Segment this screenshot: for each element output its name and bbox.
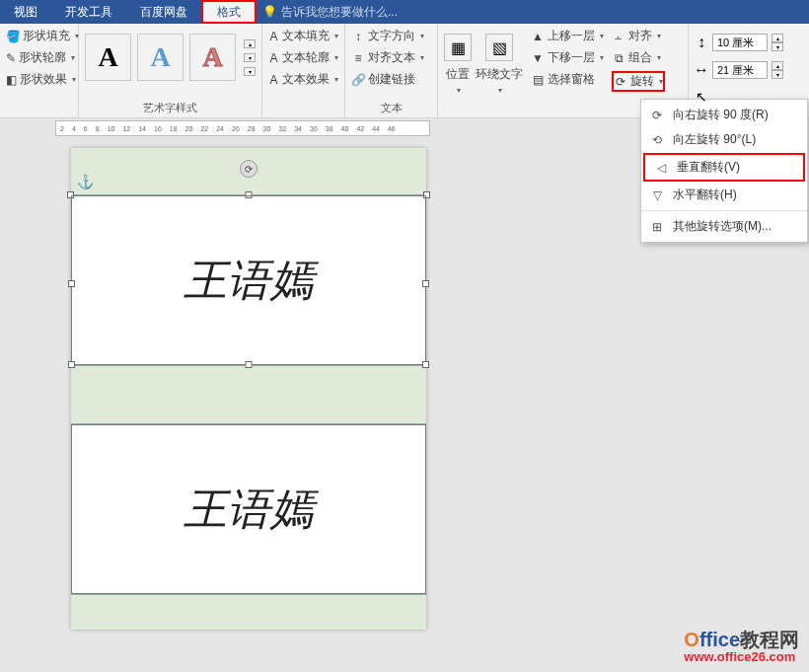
wrap-text-button[interactable]: 环绕文字▾ (476, 66, 523, 95)
selection-pane-button[interactable]: ▤选择窗格 (531, 71, 604, 88)
text-outline-label: 文本轮廓 (282, 49, 330, 66)
ruler-mark: 44 (368, 125, 384, 132)
ruler-mark: 20 (182, 125, 197, 132)
shape-outline-button[interactable]: ✎形状轮廓▾ (6, 49, 72, 66)
width-input[interactable] (712, 61, 768, 79)
rotate-button[interactable]: ⟳旋转▾ (612, 71, 665, 92)
tell-me-search[interactable]: 💡 告诉我您想要做什么... (262, 4, 398, 21)
gallery-up-icon[interactable]: ▴ (244, 39, 256, 48)
text-group-label: 文本 (345, 101, 437, 115)
backward-label: 下移一层 (548, 49, 595, 66)
more-options-icon: ⊞ (649, 219, 665, 235)
wordart-group-label: 艺术字样式 (79, 101, 261, 115)
ruler-mark: 8 (92, 125, 104, 132)
backward-icon: ▼ (531, 51, 545, 65)
position-icon: ▦ (444, 34, 472, 61)
watermark-cn: 教程网 (740, 629, 799, 650)
wordart-style-3[interactable]: A (189, 34, 236, 81)
menu-separator (641, 210, 807, 211)
align-icon: ⫠ (612, 30, 625, 43)
shape-effects-label: 形状效果 (20, 71, 67, 88)
rotate-label: 旋转 (630, 73, 654, 90)
wordart-style-2[interactable]: A (137, 34, 184, 81)
height-icon: ↕ (695, 36, 708, 49)
ruler-mark: 6 (80, 125, 92, 132)
ruler-mark: 34 (290, 125, 306, 132)
flip-horizontal-item[interactable]: ▽水平翻转(H) (641, 183, 807, 207)
gallery-more-icon[interactable]: ▾ (244, 67, 256, 76)
ruler-mark: 38 (322, 125, 337, 132)
group-btn-label: 组合 (628, 49, 652, 66)
create-link-label: 创建链接 (368, 71, 415, 88)
shape-effects-button[interactable]: ◧形状效果▾ (6, 71, 72, 88)
rotate-handle[interactable]: ⟳ (240, 160, 257, 178)
height-input[interactable] (712, 34, 768, 51)
selection-handle[interactable] (68, 280, 75, 287)
width-up[interactable]: ▴ (772, 61, 783, 70)
page-mid-margin (71, 365, 426, 424)
selection-handle[interactable] (422, 361, 429, 368)
text-outline-button[interactable]: A文本轮廓▾ (268, 49, 338, 66)
flip-horizontal-icon: ▽ (649, 187, 665, 203)
text-fill-icon: A (268, 30, 279, 43)
flip-vertical-label: 垂直翻转(V) (677, 159, 740, 176)
page-header-margin: ⚓ ⟳ (71, 148, 426, 195)
wrap-label: 环绕文字 (476, 66, 523, 83)
height-down[interactable]: ▾ (772, 42, 783, 51)
flip-vertical-item[interactable]: ◁垂直翻转(V) (643, 153, 805, 182)
send-backward-button[interactable]: ▼下移一层▾ (531, 49, 604, 66)
forward-label: 上移一层 (548, 28, 595, 44)
rotate-icon: ⟳ (614, 75, 627, 89)
align-button[interactable]: ⫠对齐▾ (612, 28, 665, 44)
tab-baidu[interactable]: 百度网盘 (126, 0, 201, 24)
width-down[interactable]: ▾ (772, 70, 783, 79)
tab-dev[interactable]: 开发工具 (51, 0, 126, 24)
selection-handle[interactable] (422, 280, 429, 287)
pane-label: 选择窗格 (548, 71, 595, 88)
ruler-mark: 46 (384, 125, 400, 132)
tab-view[interactable]: 视图 (0, 0, 51, 24)
ruler-mark: 12 (118, 125, 134, 132)
horizontal-ruler[interactable]: 2468101214161820222426283032343638404244… (55, 120, 430, 136)
ruler-mark: 32 (274, 125, 290, 132)
shape-fill-button[interactable]: 🪣形状填充▾ (6, 28, 72, 44)
rotate-left-90-item[interactable]: ⟲向左旋转 90°(L) (641, 127, 807, 152)
ruler-mark: 26 (228, 125, 244, 132)
group-icon: ⧉ (612, 51, 625, 65)
textbox-2-text: 王语嫣 (184, 481, 314, 539)
gallery-down-icon[interactable]: ▾ (244, 53, 256, 62)
anchor-icon: ⚓ (77, 174, 94, 189)
rotate-left-icon: ⟲ (649, 132, 665, 148)
more-rotation-options-item[interactable]: ⊞其他旋转选项(M)... (641, 214, 807, 239)
text-effects-button[interactable]: A文本效果▾ (268, 71, 338, 88)
align-label: 对齐 (628, 28, 652, 44)
textbox-2[interactable]: 王语嫣 (71, 424, 426, 594)
height-up[interactable]: ▴ (772, 34, 783, 42)
group-button[interactable]: ⧉组合▾ (612, 49, 665, 66)
text-outline-icon: A (268, 51, 279, 65)
rotate-right-90-item[interactable]: ⟳向右旋转 90 度(R) (641, 103, 807, 127)
group-text-fill: A文本填充▾ A文本轮廓▾ A文本效果▾ (262, 24, 345, 117)
wordart-style-1[interactable]: A (85, 34, 131, 81)
text-direction-button[interactable]: ↕文字方向▾ (351, 28, 431, 44)
group-text: ↕文字方向▾ ≡对齐文本▾ 🔗创建链接 文本 (345, 24, 438, 117)
ruler-mark: 16 (150, 125, 166, 132)
text-direction-icon: ↕ (351, 30, 365, 43)
shape-outline-label: 形状轮廓 (19, 49, 66, 66)
position-button[interactable]: 位置▾ (446, 66, 470, 95)
tab-format[interactable]: 格式 (201, 0, 257, 24)
bring-forward-button[interactable]: ▲上移一层▾ (531, 28, 604, 44)
link-icon: 🔗 (351, 73, 365, 87)
shape-fill-label: 形状填充 (23, 28, 70, 44)
ruler-mark: 18 (166, 125, 182, 132)
textbox-1[interactable]: 王语嫣 (71, 195, 426, 365)
more-rotation-label: 其他旋转选项(M)... (673, 218, 772, 235)
ruler-mark: 10 (104, 125, 119, 132)
text-fill-button[interactable]: A文本填充▾ (268, 28, 338, 44)
create-link-button[interactable]: 🔗创建链接 (351, 71, 431, 88)
selection-handle[interactable] (68, 361, 75, 368)
align-text-button[interactable]: ≡对齐文本▾ (351, 49, 431, 66)
selection-handle[interactable] (246, 361, 253, 368)
ruler-mark: 2 (56, 125, 68, 132)
wordart-gallery[interactable]: A A A ▴ ▾ ▾ (85, 34, 256, 81)
